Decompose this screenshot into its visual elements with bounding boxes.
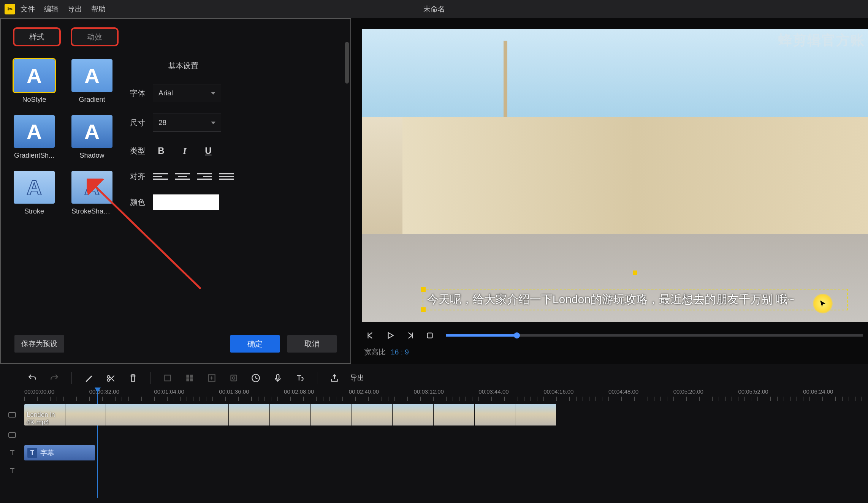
svg-rect-12 (9, 413, 16, 417)
video-frame-thumb (475, 404, 516, 425)
audio-track[interactable] (0, 429, 868, 441)
svg-rect-1 (428, 333, 432, 338)
ruler-tick: 00:03:12.00 (414, 388, 479, 403)
subtitle-track[interactable]: T 字幕 (0, 444, 868, 462)
split-tool[interactable] (105, 372, 117, 384)
chevron-down-icon (211, 122, 215, 124)
subtitle-track-2[interactable] (0, 464, 868, 477)
subtitle-clip[interactable]: T 字幕 (24, 445, 95, 460)
video-frame-thumb (229, 404, 270, 425)
resize-handle[interactable] (421, 287, 426, 292)
style-panel: 样式 动效 ANoStyleAGradientAGradientSh...ASh… (0, 18, 351, 364)
preset-gradientsh[interactable]: AGradientSh... (14, 115, 55, 160)
ok-button[interactable]: 确定 (230, 335, 280, 353)
menu-help[interactable]: 帮助 (91, 4, 106, 14)
timeline-ruler[interactable]: 00:00:00.0000:00:32.0000:01:04.0000:01:3… (24, 388, 868, 403)
progress-knob[interactable] (514, 332, 520, 338)
font-combo[interactable]: Arial (153, 84, 221, 102)
freeze-tool[interactable] (227, 372, 240, 384)
preset-grid: ANoStyleAGradientAGradientSh...AShadowAS… (1, 49, 126, 335)
size-value: 28 (158, 119, 166, 127)
align-center-button[interactable] (175, 170, 190, 183)
redo-button[interactable] (48, 372, 61, 384)
delete-tool[interactable] (127, 372, 139, 384)
ruler-tick: 00:04:48.00 (608, 388, 673, 403)
italic-button[interactable]: I (176, 143, 193, 158)
voiceover-tool[interactable] (271, 372, 284, 384)
tab-style[interactable]: 样式 (13, 27, 61, 46)
svg-rect-5 (186, 378, 189, 381)
video-frame-thumb (188, 404, 229, 425)
chevron-down-icon (211, 92, 215, 95)
crop-tool[interactable] (161, 372, 174, 384)
edit-tool[interactable] (82, 372, 95, 384)
panel-scrollbar[interactable] (345, 42, 349, 84)
cursor-highlight (813, 294, 833, 313)
align-right-button[interactable] (197, 170, 212, 183)
progress-bar[interactable] (446, 334, 863, 337)
ruler-tick: 00:01:36.00 (219, 388, 284, 403)
preset-nostyle[interactable]: ANoStyle (14, 59, 55, 104)
prev-frame-button[interactable] (364, 329, 377, 342)
basic-settings-form: 基本设置 字体 Arial 尺寸 28 类型 (126, 49, 350, 335)
align-justify-button[interactable] (219, 170, 234, 183)
align-left-button[interactable] (153, 170, 168, 183)
export-button[interactable]: 导出 (350, 373, 364, 383)
font-label: 字体 (130, 88, 153, 98)
preset-thumb: A (14, 59, 55, 92)
svg-rect-11 (277, 374, 279, 379)
aspect-label: 宽高比 (364, 348, 386, 356)
preset-shadow[interactable]: AShadow (71, 115, 112, 160)
preset-stroke[interactable]: AStroke (14, 171, 55, 215)
video-frame-thumb (393, 404, 434, 425)
next-frame-button[interactable] (404, 329, 417, 342)
subtitle-bounding-box[interactable]: 今天呢，给大家介绍一下London的游玩攻略，最近想去的朋友千万别 哦~ (423, 289, 848, 310)
menu-file[interactable]: 文件 (21, 4, 35, 14)
preset-thumb: A (71, 59, 112, 92)
text-icon: T (27, 448, 37, 458)
cancel-button[interactable]: 取消 (287, 335, 337, 353)
video-preview[interactable]: 蜂剪辑官方账 今天呢，给大家介绍一下London的游玩攻略，最近想去的朋友千万别… (362, 29, 868, 322)
video-clip[interactable] (24, 404, 556, 425)
underline-button[interactable]: U (200, 143, 217, 158)
play-button[interactable] (384, 329, 397, 342)
share-tool[interactable] (328, 372, 341, 384)
video-frame-thumb (147, 404, 188, 425)
type-label: 类型 (130, 146, 153, 156)
aspect-value[interactable]: 16 : 9 (391, 348, 409, 356)
size-combo[interactable]: 28 (153, 114, 221, 132)
preset-label: StrokeShad... (71, 207, 112, 215)
menu-export[interactable]: 导出 (68, 4, 82, 14)
tab-effect[interactable]: 动效 (71, 27, 119, 46)
preset-strokeshad[interactable]: AStrokeShad... (71, 171, 112, 215)
zoom-tool[interactable] (205, 372, 218, 384)
video-frame-thumb (352, 404, 393, 425)
save-preset-button[interactable]: 保存为预设 (14, 335, 64, 353)
menu-edit[interactable]: 编辑 (44, 4, 59, 14)
timeline-panel: 导出 00:00:00.0000:00:32.0000:01:04.0000:0… (0, 364, 868, 503)
resize-handle[interactable] (421, 307, 426, 312)
undo-button[interactable] (26, 372, 39, 384)
align-label: 对齐 (130, 171, 153, 182)
duration-tool[interactable] (249, 372, 262, 384)
ruler-tick: 00:02:08.00 (284, 388, 349, 403)
ruler-tick: 00:05:52.00 (738, 388, 803, 403)
ruler-tick: 00:05:20.00 (673, 388, 738, 403)
aspect-ratio-row: 宽高比 16 : 9 (362, 345, 868, 357)
video-frame-thumb (270, 404, 311, 425)
preset-thumb: A (71, 115, 112, 148)
preset-label: GradientSh... (14, 152, 54, 160)
preset-label: Stroke (24, 207, 44, 215)
subtitle-clip-label: 字幕 (40, 448, 54, 457)
stop-button[interactable] (423, 329, 436, 342)
mosaic-tool[interactable] (183, 372, 196, 384)
preset-gradient[interactable]: AGradient (71, 59, 112, 104)
video-frame-thumb (106, 404, 147, 425)
video-track-icon (0, 410, 24, 419)
font-value: Arial (158, 89, 173, 97)
video-track[interactable] (0, 403, 868, 426)
text-to-speech-tool[interactable] (293, 372, 306, 384)
color-swatch[interactable] (153, 194, 219, 210)
rotate-handle[interactable] (633, 270, 637, 275)
bold-button[interactable]: B (153, 143, 169, 158)
